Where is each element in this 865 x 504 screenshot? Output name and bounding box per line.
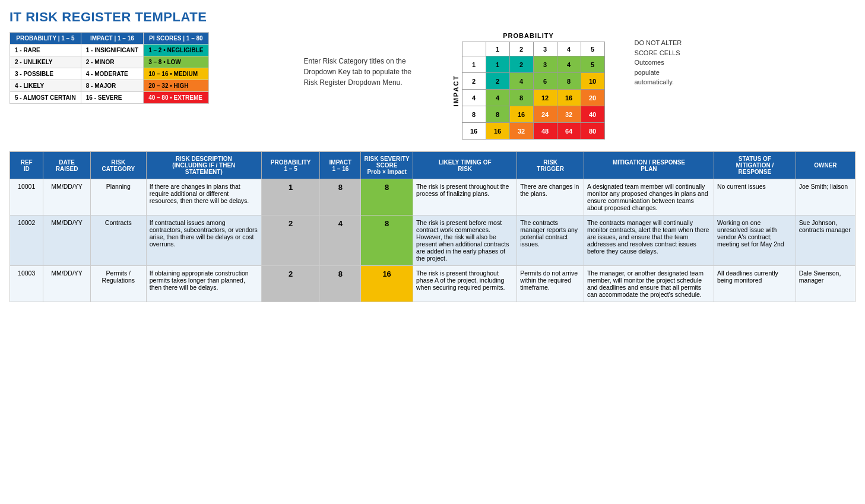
matrix-r3c1: 4 <box>486 90 509 106</box>
date-2: MM/DD/YY <box>43 215 91 266</box>
legend-impact-1: 1 - INSIGNIFICANT <box>81 45 143 56</box>
impact-3: 8 <box>320 266 361 302</box>
col-header-mitigation: MITIGATION / RESPONSEPLAN <box>584 152 714 179</box>
score-3: 16 <box>361 266 413 302</box>
page-title: IT RISK REGISTER TEMPLATE <box>9 9 856 25</box>
description-2: If contractual issues among contractors,… <box>146 215 261 266</box>
mitigation-1: A designated team member will continuall… <box>584 179 714 215</box>
matrix-r4c3: 24 <box>533 106 557 123</box>
matrix-col-3: 3 <box>533 42 557 56</box>
legend-prob-4: 4 - LIKELY <box>10 80 81 92</box>
matrix-row5-label: 16 <box>462 123 486 140</box>
matrix-r2c4: 8 <box>557 73 581 90</box>
trigger-1: There are changes in the plans. <box>517 179 584 215</box>
legend-score-5: 40 – 80 • EXTREME <box>144 92 208 104</box>
matrix-r1c4: 4 <box>557 56 581 73</box>
matrix-r1c5: 5 <box>581 56 604 73</box>
probability-matrix: PROBABILITY IMPACT 1 2 3 4 5 1 1 2 3 4 <box>452 32 605 140</box>
col-header-impact: IMPACT1 – 16 <box>320 152 361 179</box>
owner-3: Dale Swenson, manager <box>796 266 855 302</box>
ref-id-3: 10003 <box>10 266 43 302</box>
matrix-r5c1: 16 <box>486 123 509 140</box>
matrix-row4-label: 8 <box>462 106 486 123</box>
impact-2: 4 <box>320 215 361 266</box>
date-3: MM/DD/YY <box>43 266 91 302</box>
legend-impact-5: 16 - SEVERE <box>81 92 143 104</box>
legend-prob-2: 2 - UNLIKELY <box>10 56 81 68</box>
category-3: Permits / Regulations <box>90 266 146 302</box>
matrix-r2c3: 6 <box>533 73 557 90</box>
legend-score-2: 3 – 8 • LOW <box>144 56 208 68</box>
matrix-r5c5: 80 <box>581 123 604 140</box>
score-1: 8 <box>361 179 413 215</box>
trigger-3: Permits do not arrive within the require… <box>517 266 584 302</box>
probability-label: PROBABILITY <box>452 32 605 39</box>
matrix-corner <box>462 42 486 56</box>
col-header-desc: RISK DESCRIPTION(INCLUDING IF / THENSTAT… <box>146 152 261 179</box>
timing-3: The risk is present throughout phase A o… <box>413 266 517 302</box>
legend-table: PROBABILITY | 1 – 5 IMPACT | 1 – 16 PI S… <box>9 32 209 104</box>
matrix-r4c1: 8 <box>486 106 509 123</box>
mitigation-2: The contracts manager will continually m… <box>584 215 714 266</box>
description-1: If there are changes in plans that requi… <box>146 179 261 215</box>
table-row: 10002 MM/DD/YY Contracts If contractual … <box>10 215 856 266</box>
legend-impact-4: 8 - MAJOR <box>81 80 143 92</box>
matrix-r5c3: 48 <box>533 123 557 140</box>
matrix-r3c5: 20 <box>581 90 604 106</box>
owner-2: Sue Johnson, contracts manager <box>796 215 855 266</box>
status-2: Working on one unresolved issue with ven… <box>714 215 796 266</box>
instruction-text: Enter Risk Category titles on the Dropdo… <box>304 56 423 88</box>
col-header-prob: PROBABILITY1 – 5 <box>261 152 320 179</box>
category-2: Contracts <box>90 215 146 266</box>
legend-impact-2: 2 - MINOR <box>81 56 143 68</box>
probability-1: 1 <box>261 179 320 215</box>
timing-2: The risk is present before most contract… <box>413 215 517 266</box>
legend-impact-3: 4 - MODERATE <box>81 68 143 80</box>
legend-header-score: PI SCORES | 1 – 80 <box>144 33 208 45</box>
matrix-r2c5: 10 <box>581 73 604 90</box>
matrix-col-1: 1 <box>486 42 509 56</box>
matrix-r1c2: 2 <box>509 56 533 73</box>
owner-1: Joe Smith; liaison <box>796 179 855 215</box>
matrix-r2c2: 4 <box>509 73 533 90</box>
matrix-col-5: 5 <box>581 42 604 56</box>
legend-header-impact: IMPACT | 1 – 16 <box>81 33 143 45</box>
category-1: Planning <box>90 179 146 215</box>
col-header-owner: OWNER <box>796 152 855 179</box>
matrix-r3c3: 12 <box>533 90 557 106</box>
matrix-r5c4: 64 <box>557 123 581 140</box>
matrix-r1c1: 1 <box>486 56 509 73</box>
legend-score-3: 10 – 16 • MEDIUM <box>144 68 208 80</box>
trigger-2: The contracts manager reports any potent… <box>517 215 584 266</box>
ref-id-1: 10001 <box>10 179 43 215</box>
legend-score-1: 1 – 2 • NEGLIGIBLE <box>144 45 208 56</box>
impact-label: IMPACT <box>452 75 460 106</box>
matrix-row3-label: 4 <box>462 90 486 106</box>
matrix-row1-label: 1 <box>462 56 486 73</box>
risk-register-table: REFID DATERAISED RISKCATEGORY RISK DESCR… <box>9 151 856 302</box>
matrix-r2c1: 2 <box>486 73 509 90</box>
matrix-r5c2: 32 <box>509 123 533 140</box>
matrix-r4c5: 40 <box>581 106 604 123</box>
matrix-table: 1 2 3 4 5 1 1 2 3 4 5 2 2 4 <box>462 42 605 140</box>
probability-3: 2 <box>261 266 320 302</box>
legend-prob-3: 3 - POSSIBLE <box>10 68 81 80</box>
matrix-col-2: 2 <box>509 42 533 56</box>
matrix-r1c3: 3 <box>533 56 557 73</box>
col-header-date: DATERAISED <box>43 152 91 179</box>
impact-1: 8 <box>320 179 361 215</box>
description-3: If obtaining appropriate construction pe… <box>146 266 261 302</box>
matrix-row2-label: 2 <box>462 73 486 90</box>
matrix-r3c2: 8 <box>509 90 533 106</box>
matrix-r4c2: 16 <box>509 106 533 123</box>
probability-2: 2 <box>261 215 320 266</box>
col-header-trigger: RISKTRIGGER <box>517 152 584 179</box>
legend-score-4: 20 – 32 • HIGH <box>144 80 208 92</box>
matrix-r4c4: 32 <box>557 106 581 123</box>
status-3: All deadlines currently being monitored <box>714 266 796 302</box>
col-header-ref: REFID <box>10 152 43 179</box>
col-header-score: RISK SEVERITY SCOREProb × Impact <box>361 152 413 179</box>
score-2: 8 <box>361 215 413 266</box>
legend-prob-1: 1 - RARE <box>10 45 81 56</box>
timing-1: The risk is present throughout the proce… <box>413 179 517 215</box>
